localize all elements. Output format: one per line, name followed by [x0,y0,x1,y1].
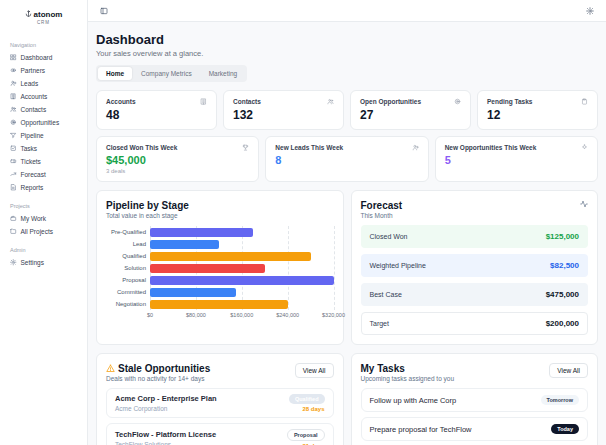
users-icon [10,106,17,113]
sidebar-item-accounts[interactable]: Accounts [0,90,87,103]
funnel-icon [10,132,17,139]
briefcase-icon [10,215,17,222]
sidebar-item-label: My Work [21,215,47,222]
sparkle-icon [581,144,588,151]
building-icon [200,98,207,105]
handshake-icon [10,67,17,74]
check-square-icon [10,145,17,152]
kpi-card: Open Opportunities 27 [350,90,471,130]
chart-x-axis: $0$80,000$160,000$240,000$320,000 [150,312,334,321]
kpi-card: Pending Tasks 12 [477,90,598,130]
kpi-label: Contacts [233,98,261,105]
sidebar-item-leads[interactable]: Leads [0,77,87,90]
logo-text: atonom [34,10,63,19]
kpi-label: Closed Won This Week [106,144,177,151]
chart-category-label: Lead [106,238,150,250]
opportunity-name: Acme Corp - Enterprise Plan [115,394,217,403]
sidebar-item-forecast[interactable]: Forecast [0,168,87,181]
clipboard-icon [581,98,588,105]
sidebar-item-opportunities[interactable]: Opportunities [0,116,87,129]
sidebar-item-label: Opportunities [21,119,60,126]
forecast-row-label: Best Case [370,291,402,298]
grid-icon [10,54,17,61]
chart-title: Pipeline by Stage [106,200,334,211]
sidebar-item-label: Tasks [21,145,38,152]
chart-x-tick: $80,000 [186,312,206,318]
panel-left-icon[interactable] [98,5,110,17]
kpi-card: Contacts 132 [223,90,344,130]
forecast-row: Best Case $475,000 [361,283,589,306]
activity-icon [580,200,588,208]
chart-category-label: Proposal [106,274,150,286]
warning-icon [106,364,115,373]
sidebar-item-tickets[interactable]: Tickets [0,155,87,168]
kpi-label: Pending Tasks [487,98,532,105]
sidebar-section-label: Admin [0,244,87,256]
chart-bar [150,288,236,297]
tasks-view-all-button[interactable]: View All [549,363,588,378]
sidebar-item-label: Settings [21,259,45,266]
chart-subtitle: Total value in each stage [106,212,334,219]
sidebar-item-pipeline[interactable]: Pipeline [0,129,87,142]
task-item[interactable]: Follow up with Acme Corp Tomorrow [361,388,589,412]
kpi-value: $45,000 [106,154,249,166]
gear-icon[interactable] [584,5,596,17]
sidebar-item-settings[interactable]: Settings [0,256,87,269]
stale-opportunities-card: Stale Opportunities Deals with no activi… [96,353,344,445]
kpi-value: 12 [487,108,588,122]
stale-view-all-button[interactable]: View All [295,363,334,378]
chart-x-tick: $320,000 [322,312,345,318]
trophy-icon [242,144,249,151]
logo-subtext: CRM [0,20,87,25]
user-plus-icon [412,144,419,151]
sidebar-item-tasks[interactable]: Tasks [0,142,87,155]
forecast-row-value: $200,000 [546,319,579,328]
kpi-value: 27 [360,108,461,122]
chart-bar [150,240,219,249]
sidebar-section: Admin Settings [0,240,87,271]
sidebar-item-label: Forecast [21,171,46,178]
topbar [88,0,606,22]
chart-category-label: Solution [106,262,150,274]
forecast-row-label: Weighted Pipeline [370,262,426,269]
sidebar-section: Projects My Work All Projects [0,196,87,240]
app-logo: atonom CRM [0,8,87,35]
week-kpi-row: Closed Won This Week $45,000 3 deals New… [96,136,598,182]
due-badge: Tomorrow [541,395,579,405]
sidebar-item-reports[interactable]: Reports [0,181,87,194]
tab-company-metrics[interactable]: Company Metrics [133,67,200,80]
sidebar-section: Navigation Dashboard Partners Leads Acco… [0,35,87,196]
sidebar-item-all-projects[interactable]: All Projects [0,225,87,238]
page-title: Dashboard [96,32,598,47]
forecast-row-value: $82,500 [550,261,579,270]
sidebar: atonom CRM Navigation Dashboard Partners… [0,0,88,445]
app-root: atonom CRM Navigation Dashboard Partners… [0,0,606,445]
bar-chart: Pre-QualifiedLeadQualifiedSolutionPropos… [106,226,334,310]
stale-opportunity-item[interactable]: TechFlow - Platform License TechFlow Sol… [106,423,334,445]
sidebar-item-contacts[interactable]: Contacts [0,103,87,116]
opportunity-company: Acme Corporation [115,405,217,412]
forecast-row: Closed Won $125,000 [361,225,589,248]
due-badge: Today [551,424,579,434]
sidebar-item-my-work[interactable]: My Work [0,212,87,225]
sidebar-item-label: Leads [21,80,39,87]
kpi-card: Accounts 48 [96,90,217,130]
sidebar-nav: Navigation Dashboard Partners Leads Acco… [0,35,87,271]
building-icon [10,93,17,100]
tab-home[interactable]: Home [98,67,132,80]
user-plus-icon [10,80,17,87]
sidebar-item-label: Contacts [21,106,47,113]
stale-opportunity-item[interactable]: Acme Corp - Enterprise Plan Acme Corpora… [106,388,334,418]
tasks-subtitle: Upcoming tasks assigned to you [361,375,455,382]
task-item[interactable]: Prepare proposal for TechFlow Today [361,417,589,441]
sidebar-item-label: All Projects [21,228,54,235]
chart-bar [150,228,253,237]
task-name: Follow up with Acme Corp [370,396,457,405]
sidebar-item-dashboard[interactable]: Dashboard [0,51,87,64]
stale-subtitle: Deals with no activity for 14+ days [106,375,210,382]
chart-category-label: Qualified [106,250,150,262]
tab-marketing[interactable]: Marketing [201,67,246,80]
sidebar-item-label: Pipeline [21,132,44,139]
charts-row: Pipeline by Stage Total value in each st… [96,190,598,345]
sidebar-item-partners[interactable]: Partners [0,64,87,77]
